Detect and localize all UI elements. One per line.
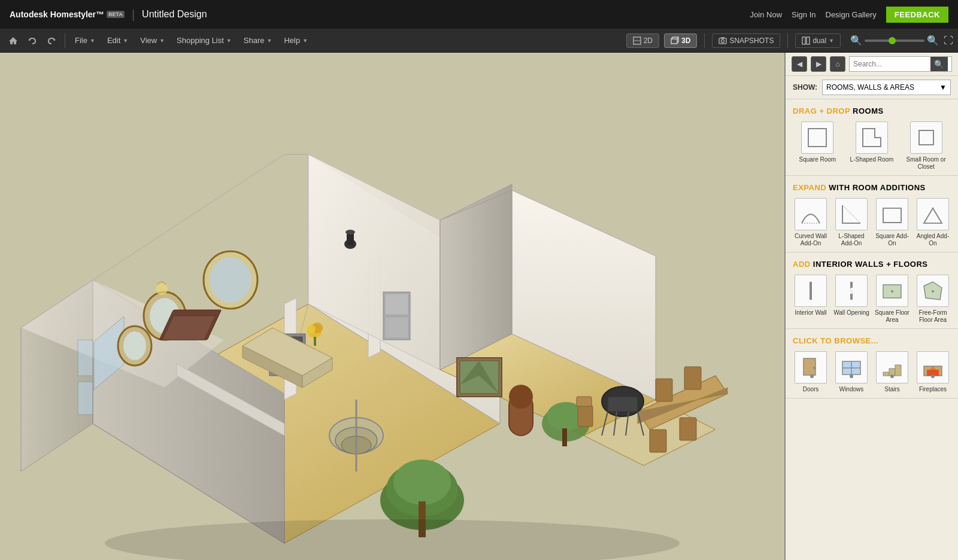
dual-view-button[interactable]: dual ▼ (795, 34, 841, 48)
share-menu[interactable]: Share▼ (239, 34, 277, 47)
file-menu[interactable]: File▼ (70, 34, 100, 47)
view-3d-button[interactable]: 3D (664, 34, 697, 48)
interior-walls-keyword: ADD (793, 260, 811, 269)
fireplaces-label: Fireplaces (919, 386, 947, 393)
viewport[interactable]: ↺ ▲ ◀ ✦ ▶ ▼ ↻ (0, 53, 784, 560)
drag-drop-rooms-section: DRAG + DROP ROOMS Square Room L-Shaped R… (786, 99, 958, 176)
doors-icon (795, 351, 827, 384)
svg-rect-65 (680, 418, 696, 440)
click-browse-section: CLICK TO BROWSE... Doors (786, 329, 958, 398)
svg-line-89 (842, 205, 860, 223)
windows-item[interactable]: Windows (833, 351, 869, 393)
side-tab-furnish[interactable]: FURNISH & DECORATE (784, 93, 786, 196)
svg-rect-59 (562, 428, 567, 446)
zoom-in-button[interactable]: 🔍 (927, 35, 939, 46)
toolbar-separator-3 (787, 34, 788, 48)
zoom-area: 🔍 🔍 ⛶ (850, 35, 953, 46)
side-tabs: BUILD FURNISH & DECORATE LANDSCAPE BRAND… (784, 53, 786, 331)
svg-point-30 (123, 331, 146, 360)
svg-point-99 (891, 290, 893, 293)
panel-forward-button[interactable]: ▶ (811, 56, 826, 72)
small-room-item[interactable]: Small Room or Closet (901, 121, 951, 171)
panel-back-button[interactable]: ◀ (792, 56, 807, 72)
expand-title: EXPAND WITH ROOM ADDITIONS (793, 183, 951, 192)
feedback-button[interactable]: FEEDBACK (886, 7, 948, 23)
svg-rect-90 (883, 208, 901, 223)
doors-label: Doors (803, 386, 819, 393)
l-shaped-addon-icon (835, 198, 868, 230)
wall-opening-icon (835, 275, 868, 307)
logo: Autodesk Homestyler™ BETA (10, 10, 125, 19)
interior-wall-item[interactable]: Interior Wall (793, 275, 829, 324)
show-row: SHOW: ROOMS, WALLS & AREAS ▼ (786, 76, 958, 99)
homestyler-logo-text: Homestyler™ (50, 10, 104, 19)
svg-point-115 (931, 375, 935, 378)
svg-point-108 (850, 375, 853, 378)
l-shaped-addon-item[interactable]: L-Shaped Add-On (833, 198, 869, 247)
click-browse-title: CLICK TO BROWSE... (793, 336, 951, 345)
angled-addon-item[interactable]: Angled Add-On (915, 198, 951, 247)
view-mode-area: 2D 3D SNAPSHOTS dual ▼ 🔍 🔍 ⛶ (626, 34, 953, 48)
svg-rect-42 (385, 294, 408, 315)
sign-in-link[interactable]: Sign In (792, 10, 815, 19)
stairs-icon (876, 351, 908, 384)
stairs-item[interactable]: Stairs (874, 351, 910, 393)
title-divider: | (132, 8, 135, 22)
view-2d-button[interactable]: 2D (626, 34, 659, 48)
panel-search-submit[interactable]: 🔍 (930, 57, 948, 71)
right-panel: BUILD FURNISH & DECORATE LANDSCAPE BRAND… (784, 53, 958, 560)
curved-wall-addon-label: Curved Wall Add-On (793, 233, 829, 247)
beta-badge: BETA (107, 11, 125, 18)
shopping-list-menu[interactable]: Shopping List▼ (172, 34, 237, 47)
wall-opening-item[interactable]: Wall Opening (833, 275, 869, 324)
fullscreen-button[interactable]: ⛶ (944, 35, 953, 46)
zoom-out-button[interactable]: 🔍 (850, 35, 862, 46)
undo-button[interactable] (24, 32, 41, 49)
panel-home-button[interactable]: ⌂ (830, 56, 845, 72)
svg-marker-92 (924, 208, 942, 223)
svg-rect-111 (895, 365, 901, 376)
show-dropdown[interactable]: ROOMS, WALLS & AREAS ▼ (822, 80, 951, 95)
panel-search-input[interactable] (853, 60, 930, 68)
edit-menu[interactable]: Edit▼ (102, 34, 133, 47)
square-room-icon (801, 121, 833, 154)
free-form-floor-item[interactable]: Free-Form Floor Area (915, 275, 951, 324)
fireplaces-item[interactable]: Fireplaces (915, 351, 951, 393)
main-content: ↺ ▲ ◀ ✦ ▶ ▼ ↻ (0, 53, 958, 560)
side-tab-build[interactable]: BUILD (784, 53, 786, 93)
l-shaped-room-item[interactable]: L-Shaped Room (847, 121, 897, 171)
svg-point-103 (813, 367, 815, 369)
zoom-slider-thumb[interactable] (889, 37, 896, 44)
toolbar: File▼ Edit▼ View▼ Shopping List▼ Share▼ … (0, 29, 958, 53)
redo-button[interactable] (43, 32, 60, 49)
side-tab-brands[interactable]: BRANDS (784, 259, 786, 308)
doors-item[interactable]: Doors (793, 351, 829, 393)
interior-wall-label: Interior Wall (795, 309, 827, 316)
interior-walls-title: ADD INTERIOR WALLS + FLOORS (793, 260, 951, 269)
toolbar-separator-1 (65, 34, 65, 48)
zoom-slider[interactable] (865, 39, 924, 42)
interior-wall-icon (795, 275, 827, 307)
expand-keyword: EXPAND (793, 183, 826, 192)
expand-section: EXPAND WITH ROOM ADDITIONS Curved Wall A… (786, 176, 958, 252)
svg-rect-95 (850, 282, 853, 288)
house-scene (0, 53, 784, 560)
home-button[interactable] (5, 32, 22, 49)
drag-drop-keyword: DRAG + DROP (793, 106, 850, 115)
help-menu[interactable]: Help▼ (279, 34, 313, 47)
design-gallery-link[interactable]: Design Gallery (826, 10, 877, 19)
square-floor-item[interactable]: Square Floor Area (874, 275, 910, 324)
view-menu[interactable]: View▼ (135, 34, 169, 47)
side-tab-landscape[interactable]: LANDSCAPE (784, 195, 786, 258)
angled-addon-icon (917, 198, 949, 230)
square-addon-label: Square Add-On (874, 233, 910, 247)
snapshots-button[interactable]: SNAPSHOTS (712, 34, 780, 48)
svg-rect-67 (608, 397, 638, 412)
square-room-item[interactable]: Square Room (793, 121, 842, 171)
join-now-link[interactable]: Join Now (750, 10, 782, 19)
show-dropdown-arrow: ▼ (939, 83, 947, 92)
square-addon-item[interactable]: Square Add-On (874, 198, 910, 247)
svg-rect-102 (804, 358, 815, 375)
curved-wall-addon-item[interactable]: Curved Wall Add-On (793, 198, 829, 247)
svg-point-79 (307, 325, 316, 333)
